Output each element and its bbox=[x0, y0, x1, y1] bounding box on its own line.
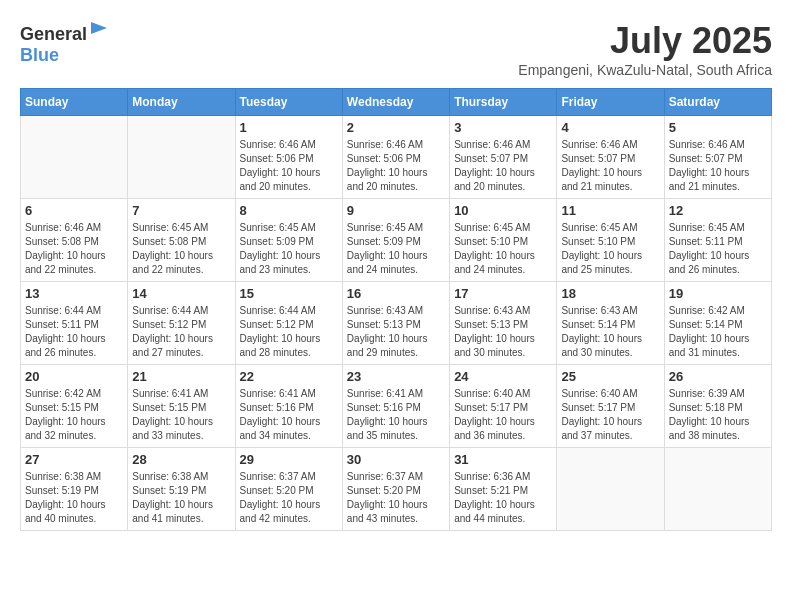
day-number: 25 bbox=[561, 369, 659, 384]
calendar-cell bbox=[557, 448, 664, 531]
day-number: 28 bbox=[132, 452, 230, 467]
logo-blue: Blue bbox=[20, 45, 59, 65]
calendar-cell: 6Sunrise: 6:46 AMSunset: 5:08 PMDaylight… bbox=[21, 199, 128, 282]
calendar-cell: 4Sunrise: 6:46 AMSunset: 5:07 PMDaylight… bbox=[557, 116, 664, 199]
title-area: July 2025 Empangeni, KwaZulu-Natal, Sout… bbox=[518, 20, 772, 78]
day-number: 8 bbox=[240, 203, 338, 218]
calendar-cell: 8Sunrise: 6:45 AMSunset: 5:09 PMDaylight… bbox=[235, 199, 342, 282]
calendar-cell: 3Sunrise: 6:46 AMSunset: 5:07 PMDaylight… bbox=[450, 116, 557, 199]
calendar-cell: 16Sunrise: 6:43 AMSunset: 5:13 PMDayligh… bbox=[342, 282, 449, 365]
day-number: 21 bbox=[132, 369, 230, 384]
location-subtitle: Empangeni, KwaZulu-Natal, South Africa bbox=[518, 62, 772, 78]
calendar-cell: 21Sunrise: 6:41 AMSunset: 5:15 PMDayligh… bbox=[128, 365, 235, 448]
calendar-cell: 24Sunrise: 6:40 AMSunset: 5:17 PMDayligh… bbox=[450, 365, 557, 448]
calendar-header-row: SundayMondayTuesdayWednesdayThursdayFrid… bbox=[21, 89, 772, 116]
calendar-cell: 22Sunrise: 6:41 AMSunset: 5:16 PMDayligh… bbox=[235, 365, 342, 448]
day-number: 24 bbox=[454, 369, 552, 384]
calendar-cell: 20Sunrise: 6:42 AMSunset: 5:15 PMDayligh… bbox=[21, 365, 128, 448]
day-number: 31 bbox=[454, 452, 552, 467]
day-info: Sunrise: 6:46 AMSunset: 5:08 PMDaylight:… bbox=[25, 221, 123, 277]
day-info: Sunrise: 6:44 AMSunset: 5:12 PMDaylight:… bbox=[240, 304, 338, 360]
day-info: Sunrise: 6:46 AMSunset: 5:06 PMDaylight:… bbox=[347, 138, 445, 194]
day-info: Sunrise: 6:36 AMSunset: 5:21 PMDaylight:… bbox=[454, 470, 552, 526]
day-number: 26 bbox=[669, 369, 767, 384]
calendar-cell bbox=[21, 116, 128, 199]
day-info: Sunrise: 6:45 AMSunset: 5:08 PMDaylight:… bbox=[132, 221, 230, 277]
day-number: 5 bbox=[669, 120, 767, 135]
day-number: 22 bbox=[240, 369, 338, 384]
calendar-cell: 19Sunrise: 6:42 AMSunset: 5:14 PMDayligh… bbox=[664, 282, 771, 365]
calendar-cell bbox=[664, 448, 771, 531]
calendar-cell bbox=[128, 116, 235, 199]
weekday-header-friday: Friday bbox=[557, 89, 664, 116]
day-info: Sunrise: 6:43 AMSunset: 5:13 PMDaylight:… bbox=[454, 304, 552, 360]
logo: General Blue bbox=[20, 20, 109, 66]
day-info: Sunrise: 6:44 AMSunset: 5:11 PMDaylight:… bbox=[25, 304, 123, 360]
calendar-cell: 30Sunrise: 6:37 AMSunset: 5:20 PMDayligh… bbox=[342, 448, 449, 531]
day-number: 6 bbox=[25, 203, 123, 218]
day-info: Sunrise: 6:46 AMSunset: 5:07 PMDaylight:… bbox=[561, 138, 659, 194]
day-info: Sunrise: 6:43 AMSunset: 5:13 PMDaylight:… bbox=[347, 304, 445, 360]
day-number: 9 bbox=[347, 203, 445, 218]
day-info: Sunrise: 6:46 AMSunset: 5:07 PMDaylight:… bbox=[454, 138, 552, 194]
weekday-header-thursday: Thursday bbox=[450, 89, 557, 116]
day-number: 12 bbox=[669, 203, 767, 218]
day-number: 20 bbox=[25, 369, 123, 384]
weekday-header-monday: Monday bbox=[128, 89, 235, 116]
day-info: Sunrise: 6:45 AMSunset: 5:10 PMDaylight:… bbox=[561, 221, 659, 277]
calendar-cell: 23Sunrise: 6:41 AMSunset: 5:16 PMDayligh… bbox=[342, 365, 449, 448]
calendar-cell: 13Sunrise: 6:44 AMSunset: 5:11 PMDayligh… bbox=[21, 282, 128, 365]
day-info: Sunrise: 6:41 AMSunset: 5:15 PMDaylight:… bbox=[132, 387, 230, 443]
day-info: Sunrise: 6:46 AMSunset: 5:07 PMDaylight:… bbox=[669, 138, 767, 194]
calendar-cell: 31Sunrise: 6:36 AMSunset: 5:21 PMDayligh… bbox=[450, 448, 557, 531]
day-number: 23 bbox=[347, 369, 445, 384]
day-info: Sunrise: 6:45 AMSunset: 5:10 PMDaylight:… bbox=[454, 221, 552, 277]
calendar-cell: 18Sunrise: 6:43 AMSunset: 5:14 PMDayligh… bbox=[557, 282, 664, 365]
day-number: 16 bbox=[347, 286, 445, 301]
calendar-cell: 2Sunrise: 6:46 AMSunset: 5:06 PMDaylight… bbox=[342, 116, 449, 199]
day-number: 2 bbox=[347, 120, 445, 135]
day-number: 14 bbox=[132, 286, 230, 301]
day-info: Sunrise: 6:40 AMSunset: 5:17 PMDaylight:… bbox=[561, 387, 659, 443]
calendar-cell: 1Sunrise: 6:46 AMSunset: 5:06 PMDaylight… bbox=[235, 116, 342, 199]
day-info: Sunrise: 6:43 AMSunset: 5:14 PMDaylight:… bbox=[561, 304, 659, 360]
day-number: 17 bbox=[454, 286, 552, 301]
day-number: 10 bbox=[454, 203, 552, 218]
calendar-cell: 14Sunrise: 6:44 AMSunset: 5:12 PMDayligh… bbox=[128, 282, 235, 365]
calendar-cell: 15Sunrise: 6:44 AMSunset: 5:12 PMDayligh… bbox=[235, 282, 342, 365]
calendar-cell: 7Sunrise: 6:45 AMSunset: 5:08 PMDaylight… bbox=[128, 199, 235, 282]
logo-general: General bbox=[20, 24, 87, 44]
calendar-cell: 26Sunrise: 6:39 AMSunset: 5:18 PMDayligh… bbox=[664, 365, 771, 448]
day-number: 1 bbox=[240, 120, 338, 135]
calendar-cell: 10Sunrise: 6:45 AMSunset: 5:10 PMDayligh… bbox=[450, 199, 557, 282]
day-info: Sunrise: 6:42 AMSunset: 5:14 PMDaylight:… bbox=[669, 304, 767, 360]
calendar-cell: 12Sunrise: 6:45 AMSunset: 5:11 PMDayligh… bbox=[664, 199, 771, 282]
logo-text: General Blue bbox=[20, 20, 109, 66]
calendar-cell: 25Sunrise: 6:40 AMSunset: 5:17 PMDayligh… bbox=[557, 365, 664, 448]
calendar-table: SundayMondayTuesdayWednesdayThursdayFrid… bbox=[20, 88, 772, 531]
calendar-cell: 5Sunrise: 6:46 AMSunset: 5:07 PMDaylight… bbox=[664, 116, 771, 199]
day-number: 29 bbox=[240, 452, 338, 467]
calendar-week-2: 6Sunrise: 6:46 AMSunset: 5:08 PMDaylight… bbox=[21, 199, 772, 282]
day-info: Sunrise: 6:45 AMSunset: 5:09 PMDaylight:… bbox=[240, 221, 338, 277]
day-info: Sunrise: 6:39 AMSunset: 5:18 PMDaylight:… bbox=[669, 387, 767, 443]
calendar-cell: 11Sunrise: 6:45 AMSunset: 5:10 PMDayligh… bbox=[557, 199, 664, 282]
day-info: Sunrise: 6:37 AMSunset: 5:20 PMDaylight:… bbox=[347, 470, 445, 526]
day-number: 7 bbox=[132, 203, 230, 218]
calendar-cell: 29Sunrise: 6:37 AMSunset: 5:20 PMDayligh… bbox=[235, 448, 342, 531]
day-number: 18 bbox=[561, 286, 659, 301]
day-number: 4 bbox=[561, 120, 659, 135]
calendar-week-4: 20Sunrise: 6:42 AMSunset: 5:15 PMDayligh… bbox=[21, 365, 772, 448]
day-info: Sunrise: 6:38 AMSunset: 5:19 PMDaylight:… bbox=[25, 470, 123, 526]
weekday-header-sunday: Sunday bbox=[21, 89, 128, 116]
day-info: Sunrise: 6:42 AMSunset: 5:15 PMDaylight:… bbox=[25, 387, 123, 443]
calendar-cell: 17Sunrise: 6:43 AMSunset: 5:13 PMDayligh… bbox=[450, 282, 557, 365]
day-number: 3 bbox=[454, 120, 552, 135]
calendar-cell: 27Sunrise: 6:38 AMSunset: 5:19 PMDayligh… bbox=[21, 448, 128, 531]
page-header: General Blue July 2025 Empangeni, KwaZul… bbox=[20, 20, 772, 78]
day-info: Sunrise: 6:44 AMSunset: 5:12 PMDaylight:… bbox=[132, 304, 230, 360]
weekday-header-wednesday: Wednesday bbox=[342, 89, 449, 116]
day-info: Sunrise: 6:40 AMSunset: 5:17 PMDaylight:… bbox=[454, 387, 552, 443]
day-info: Sunrise: 6:37 AMSunset: 5:20 PMDaylight:… bbox=[240, 470, 338, 526]
day-number: 15 bbox=[240, 286, 338, 301]
